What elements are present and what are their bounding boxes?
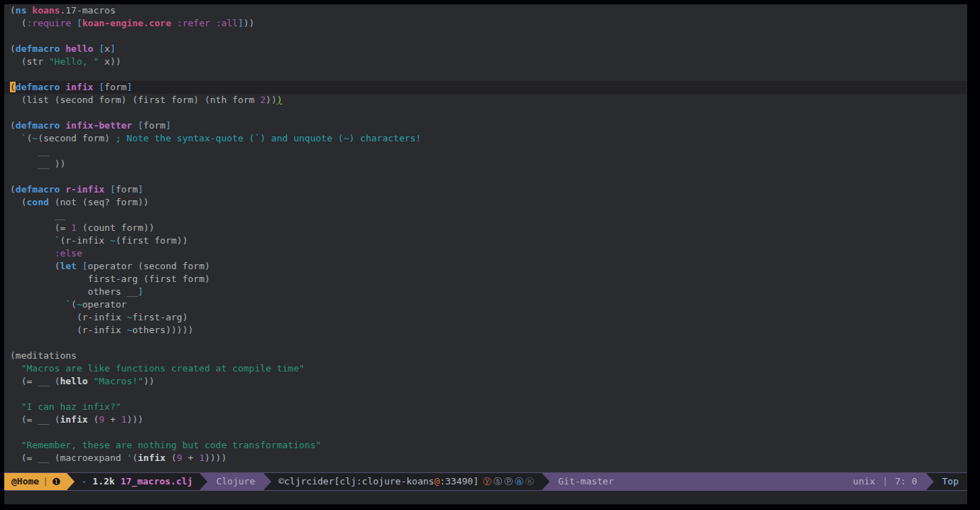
editor-buffer[interactable]: (ns koans.17-macros (:require [koan-engi…: [4, 4, 967, 472]
code-token: [132, 120, 138, 131]
code-token: ): [205, 261, 210, 271]
code-token: macroexpand: [60, 452, 126, 463]
code-line[interactable]: first-arg (first form): [10, 273, 967, 286]
code-token: form: [104, 82, 126, 92]
code-line[interactable]: [10, 30, 967, 43]
workspace-segment[interactable]: @Home|❶: [4, 473, 67, 490]
code-line[interactable]: others __]: [10, 286, 967, 298]
minor-mode-icon[interactable]: Ⓟ: [504, 477, 513, 487]
code-line[interactable]: (r-infix ~others))))): [10, 324, 967, 337]
code-token: ~: [77, 299, 82, 310]
code-line[interactable]: (ns koans.17-macros: [10, 4, 967, 17]
code-token: ): [205, 273, 210, 284]
code-token: [110, 133, 116, 143]
code-token: 1: [199, 452, 205, 463]
code-token: list: [26, 94, 54, 105]
code-token: [49, 452, 55, 463]
modeline: @Home|❶ -1.2k17_macros.clj Clojure ©cljr…: [4, 472, 967, 491]
code-line[interactable]: :else: [10, 247, 967, 260]
code-token: [10, 222, 55, 233]
code-line[interactable]: (defmacro hello [x]: [10, 43, 967, 55]
code-line[interactable]: (= __ (hello "Macros!")): [10, 375, 967, 388]
code-line[interactable]: [10, 107, 967, 119]
buffer-state-info: unix | 7: 0: [853, 473, 917, 490]
code-line[interactable]: (list (second form) (first form) (nth fo…: [10, 94, 967, 107]
code-token: nth form: [210, 94, 260, 105]
buffer-info-segment[interactable]: -1.2k17_macros.clj: [75, 473, 200, 490]
code-token: form: [143, 120, 165, 131]
code-line[interactable]: [10, 426, 967, 439]
code-line[interactable]: (let [operator (second form): [10, 260, 967, 273]
minor-mode-icon[interactable]: ⓐ: [515, 477, 524, 487]
code-line[interactable]: (defmacro infix [form]: [4, 81, 967, 94]
workspace-label: @Home: [11, 473, 39, 490]
code-token: r-infix: [65, 184, 104, 195]
code-token: )): [266, 94, 277, 105]
major-mode-segment[interactable]: Clojure: [207, 473, 263, 490]
code-line[interactable]: [10, 337, 967, 349]
cider-repl-info: ©cljrcider[clj:clojure-koans@:33490]: [278, 473, 479, 490]
code-token: not: [60, 197, 82, 207]
code-token: [: [99, 43, 104, 54]
minor-mode-icon[interactable]: Ⓚ: [526, 477, 535, 487]
code-line[interactable]: (cond (not (seq? form)): [10, 196, 967, 209]
code-line[interactable]: __ )): [10, 158, 967, 170]
code-line[interactable]: __: [10, 209, 967, 222]
minor-mode-icon[interactable]: ⓢ: [494, 477, 503, 487]
code-token: [165, 452, 171, 463]
code-token: .17-macros: [60, 5, 115, 16]
buffer-size: 1.2k: [92, 473, 114, 490]
code-token: "I can haz infix?": [21, 401, 121, 412]
code-line[interactable]: "Macros are like functions created at co…: [10, 362, 967, 375]
code-line[interactable]: "Remember, these are nothing but code tr…: [10, 439, 967, 452]
code-token: first-arg: [88, 273, 143, 284]
git-branch-segment[interactable]: Git-master unix | 7: 0: [550, 473, 926, 490]
code-line[interactable]: [10, 68, 967, 81]
code-token: [10, 146, 38, 156]
buffer-name[interactable]: 17_macros.clj: [121, 473, 193, 490]
code-line[interactable]: (:require [koan-engine.core :refer :all]…: [10, 17, 967, 30]
code-line[interactable]: (str "Hello, " x)): [10, 55, 967, 68]
code-token: [10, 286, 88, 297]
code-line[interactable]: `(~(second form) ; Note the syntax-quote…: [10, 132, 967, 145]
code-token: x: [99, 56, 110, 67]
process-segment[interactable]: ©cljrcider[clj:clojure-koans@:33490] ⓨⓢⓅ…: [271, 473, 542, 490]
cursor-position[interactable]: 7: 0: [895, 473, 917, 490]
code-token: ~: [32, 133, 38, 143]
code-line[interactable]: __: [10, 145, 967, 158]
code-line[interactable]: "I can haz infix?": [10, 401, 967, 413]
code-line[interactable]: (meditations: [10, 349, 967, 362]
scroll-position-segment[interactable]: Top: [934, 473, 967, 490]
code-token: defmacro: [16, 120, 60, 131]
info-divider: |: [882, 473, 888, 490]
encoding-label[interactable]: unix: [853, 473, 875, 490]
minor-mode-icon[interactable]: ⓨ: [483, 477, 492, 487]
code-line[interactable]: (r-infix ~first-arg): [10, 311, 967, 324]
code-line[interactable]: `(~operator: [10, 298, 967, 311]
code-line[interactable]: `(r-infix ~(first form)): [10, 234, 967, 247]
code-line[interactable]: [10, 170, 967, 183]
code-token: second form: [43, 133, 104, 143]
code-line[interactable]: (= __ (macroexpand '(infix (9 + 1)))): [10, 452, 967, 465]
code-token: [10, 248, 55, 259]
code-token: )): [143, 222, 155, 233]
code-line[interactable]: (defmacro infix-better [form]: [10, 119, 967, 132]
code-token: operator: [88, 261, 138, 271]
code-line[interactable]: (= __ (infix (9 + 1))): [10, 413, 967, 426]
powerline-separator: [542, 473, 550, 490]
powerline-separator: [926, 473, 934, 490]
code-token: =: [26, 376, 38, 386]
code-token: [77, 261, 82, 271]
code-token: ]: [110, 43, 116, 54]
echo-area[interactable]: [4, 491, 967, 504]
code-token: ]: [126, 82, 132, 92]
code-token: koan-engine.core: [82, 18, 171, 28]
window-number-badge: ❶: [52, 473, 61, 490]
code-line[interactable]: (defmacro r-infix [form]: [10, 183, 967, 196]
code-token: [10, 299, 65, 310]
code-line[interactable]: [10, 388, 967, 401]
git-branch-label[interactable]: Git-master: [558, 473, 614, 490]
code-token: second form: [143, 261, 205, 271]
code-token: (: [82, 197, 88, 207]
code-line[interactable]: (= 1 (count form)): [10, 222, 967, 234]
